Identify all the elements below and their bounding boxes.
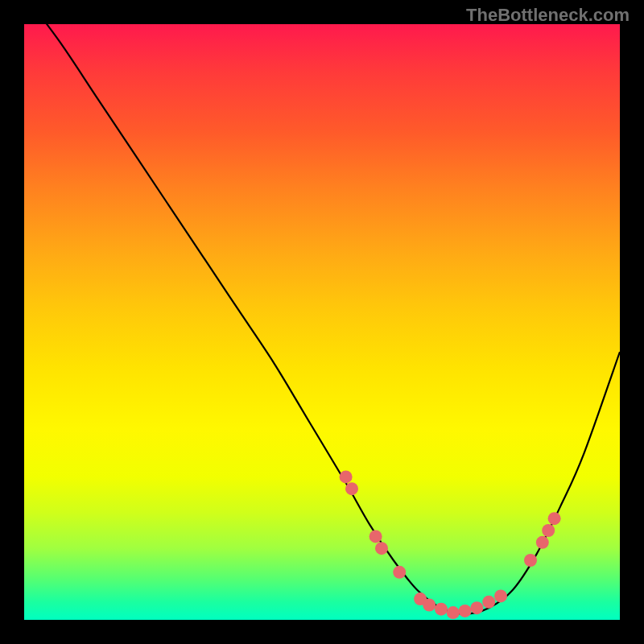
curve-marker [542, 524, 555, 537]
bottleneck-curve [24, 0, 620, 614]
curve-marker [369, 530, 382, 543]
attribution-label: TheBottleneck.com [466, 5, 630, 26]
curve-marker [435, 603, 448, 616]
curve-marker [393, 566, 406, 579]
curve-marker [482, 596, 495, 609]
curve-marker [447, 606, 460, 619]
curve-marker [470, 601, 483, 614]
curve-marker [423, 599, 436, 612]
chart-svg [24, 24, 620, 620]
curve-marker [536, 536, 549, 549]
curve-markers-group [340, 470, 561, 619]
curve-marker [459, 605, 472, 617]
curve-marker [494, 589, 507, 602]
curve-marker [340, 470, 353, 483]
chart-plot-area [24, 24, 620, 620]
curve-marker [524, 554, 537, 567]
curve-marker [548, 512, 561, 525]
curve-marker [345, 482, 358, 495]
curve-marker [375, 542, 388, 555]
